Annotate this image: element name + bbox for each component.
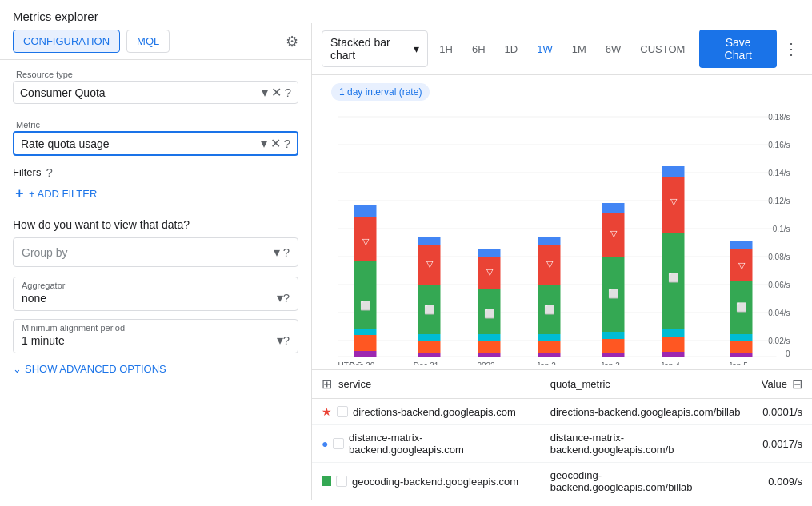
svg-text:0.08/s: 0.08/s — [768, 253, 790, 261]
time-btn-1m[interactable]: 1M — [564, 38, 594, 60]
legend-checkbox-0[interactable] — [337, 406, 348, 417]
svg-text:▽: ▽ — [610, 229, 618, 238]
aggregator-help-icon[interactable]: ? — [283, 291, 290, 305]
svg-text:▽: ▽ — [670, 197, 678, 206]
svg-text:▽: ▽ — [738, 261, 746, 270]
svg-text:▽: ▽ — [546, 259, 554, 269]
add-filter-button[interactable]: ＋ + ADD FILTER — [13, 179, 298, 205]
time-btn-1d[interactable]: 1D — [497, 38, 526, 60]
svg-rect-22 — [354, 329, 377, 335]
legend-cell-service-2: geocoding-backend.googleapis.com — [312, 463, 541, 500]
svg-rect-65 — [662, 166, 685, 177]
svg-text:Dec 30: Dec 30 — [350, 361, 375, 365]
aggregator-dropdown-icon[interactable]: ▾ — [277, 290, 283, 305]
time-btn-6w[interactable]: 6W — [598, 38, 630, 60]
svg-rect-70 — [730, 334, 753, 341]
resource-type-dropdown-icon[interactable]: ▾ — [262, 85, 268, 100]
time-btn-1w[interactable]: 1W — [529, 38, 561, 60]
aggregator-row: none ▾ ? — [22, 290, 290, 305]
svg-rect-44 — [538, 353, 561, 357]
group-by-dropdown-icon[interactable]: ▾ — [274, 245, 280, 260]
tab-configuration[interactable]: CONFIGURATION — [13, 30, 120, 53]
svg-rect-21 — [354, 335, 377, 351]
alignment-value: 1 minute — [22, 334, 277, 347]
svg-rect-54 — [602, 332, 625, 339]
legend-cell-quota-0: directions-backend.googleapis.com/billab — [541, 399, 752, 425]
metric-help-icon[interactable]: ? — [284, 137, 290, 150]
filters-help-icon[interactable]: ? — [46, 165, 52, 179]
legend-table: ⊞ service quota_metric Value ⊟ — [312, 369, 812, 500]
svg-rect-62 — [662, 329, 685, 337]
alignment-help-icon[interactable]: ? — [283, 333, 290, 347]
add-filter-label: + ADD FILTER — [29, 188, 97, 200]
legend-cell-service-1: ● distance-matrix-backend.googleapis.com — [312, 425, 541, 463]
time-btn-6h[interactable]: 6H — [464, 38, 494, 60]
chart-area: 0.18/s 0.16/s 0.14/s 0.12/s 0.1/s 0.08/s… — [312, 109, 812, 366]
legend-icon-1: ● — [322, 437, 328, 450]
time-btn-1h[interactable]: 1H — [431, 38, 461, 60]
svg-rect-29 — [418, 341, 441, 353]
show-advanced-chevron: ⌄ — [13, 363, 22, 375]
svg-text:Jan 5: Jan 5 — [728, 361, 748, 365]
svg-rect-60 — [662, 352, 685, 357]
legend-col-service: ⊞ service — [312, 370, 541, 399]
tab-bar: CONFIGURATION MQL ⚙ — [0, 30, 311, 60]
legend-service-2: geocoding-backend.googleapis.com — [352, 476, 518, 488]
group-by-help-icon[interactable]: ? — [283, 245, 290, 259]
right-panel: Stacked bar chart ▾ 1H 6H 1D 1W 1M 6W CU… — [312, 23, 812, 500]
resource-type-value: Consumer Quota — [20, 86, 258, 99]
legend-table-container: ⊞ service quota_metric Value ⊟ — [312, 366, 812, 500]
settings-icon[interactable]: ⚙ — [286, 33, 298, 50]
svg-rect-68 — [730, 353, 753, 357]
show-advanced-options-button[interactable]: ⌄ SHOW ADVANCED OPTIONS — [0, 353, 311, 384]
alignment-field[interactable]: Minimum alignment period 1 minute ▾ ? — [13, 319, 298, 353]
legend-cell-quota-2: geocoding-backend.googleapis.com/billab — [541, 463, 752, 500]
svg-text:0.18/s: 0.18/s — [768, 113, 790, 122]
resource-type-group: Resource type Consumer Quota ▾ ✕ ? — [0, 60, 311, 104]
metric-value: Rate quota usage — [21, 137, 258, 150]
aggregator-field[interactable]: Aggregator none ▾ ? — [13, 277, 298, 311]
svg-text:0.14/s: 0.14/s — [768, 169, 790, 177]
svg-rect-37 — [478, 341, 501, 353]
svg-text:▽: ▽ — [362, 237, 370, 246]
resource-type-help-icon[interactable]: ? — [285, 86, 291, 99]
metric-group: Metric Rate quota usage ▾ ✕ ? — [0, 110, 311, 156]
legend-checkbox-2[interactable] — [336, 476, 347, 487]
filters-section: Filters ? ＋ + ADD FILTER — [0, 156, 311, 205]
svg-text:⬜: ⬜ — [736, 301, 747, 313]
svg-rect-20 — [354, 351, 377, 357]
alignment-dropdown-icon[interactable]: ▾ — [277, 333, 283, 348]
time-btn-custom[interactable]: CUSTOM — [632, 38, 693, 60]
svg-text:2022: 2022 — [477, 361, 495, 365]
aggregator-value: none — [22, 292, 277, 305]
tab-mql[interactable]: MQL — [126, 30, 170, 53]
legend-row-0: ★ directions-backend.googleapis.com dire… — [312, 399, 812, 425]
svg-rect-28 — [418, 353, 441, 357]
metric-field[interactable]: Rate quota usage ▾ ✕ ? — [13, 131, 298, 156]
legend-checkbox-1[interactable] — [333, 438, 344, 449]
svg-text:Jan 3: Jan 3 — [600, 361, 620, 365]
alignment-row: 1 minute ▾ ? — [22, 333, 290, 348]
svg-text:⬜: ⬜ — [544, 304, 555, 315]
svg-text:0.04/s: 0.04/s — [768, 309, 790, 317]
svg-text:⬜: ⬜ — [360, 300, 371, 311]
svg-text:⬜: ⬜ — [668, 272, 679, 283]
svg-text:⬜: ⬜ — [424, 304, 435, 315]
save-chart-button[interactable]: Save Chart — [699, 30, 777, 68]
metric-dropdown-icon[interactable]: ▾ — [261, 136, 267, 151]
interval-badge: 1 day interval (rate) — [312, 75, 812, 109]
svg-rect-23 — [354, 261, 377, 329]
svg-text:▽: ▽ — [426, 259, 434, 269]
more-options-icon[interactable]: ⋮ — [780, 36, 802, 62]
group-by-field[interactable]: Group by ▾ ? — [13, 237, 298, 267]
app-title: Metrics explorer — [0, 0, 812, 23]
resource-type-field[interactable]: Consumer Quota ▾ ✕ ? — [13, 81, 298, 104]
resource-type-label: Resource type — [13, 70, 298, 79]
chart-svg: 0.18/s 0.16/s 0.14/s 0.12/s 0.1/s 0.08/s… — [322, 109, 802, 365]
column-settings-icon[interactable]: ⊟ — [792, 377, 802, 392]
resource-type-clear-icon[interactable]: ✕ — [271, 85, 282, 100]
legend-col-quota: quota_metric — [541, 370, 752, 399]
add-filter-icon: ＋ — [13, 185, 26, 202]
metric-clear-icon[interactable]: ✕ — [270, 136, 281, 151]
chart-type-selector[interactable]: Stacked bar chart ▾ — [322, 30, 428, 67]
